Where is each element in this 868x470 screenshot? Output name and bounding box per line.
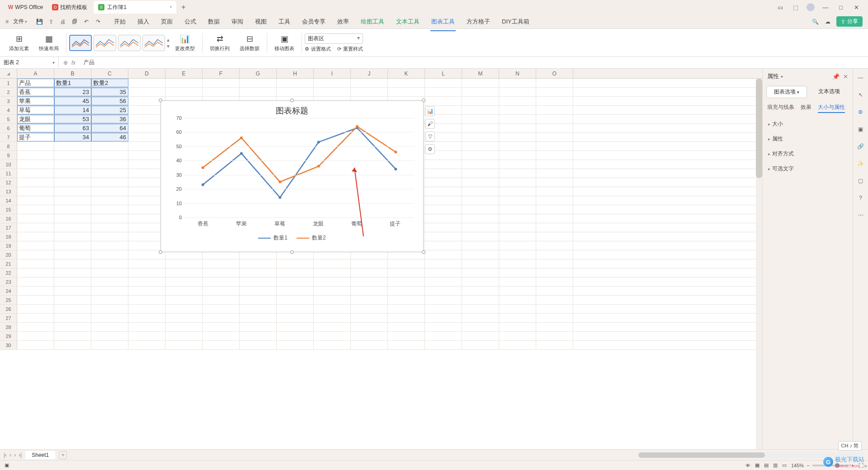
cell[interactable] [54,169,91,178]
cell[interactable] [128,332,165,340]
cell[interactable] [388,268,425,277]
cell[interactable] [128,160,165,169]
cell[interactable] [128,287,165,295]
menu-tab-9[interactable]: 效率 [336,16,350,28]
cell[interactable] [240,323,277,331]
cell[interactable] [425,314,462,322]
cell[interactable] [499,205,536,214]
cell[interactable] [499,250,536,259]
chart-style-1[interactable] [69,35,92,51]
cell[interactable] [240,305,277,313]
cell[interactable] [351,305,388,313]
cell[interactable] [425,268,462,277]
cell[interactable]: 苹果 [17,97,54,105]
cell[interactable] [425,241,462,250]
cell[interactable] [91,332,128,340]
cell[interactable] [499,115,536,123]
cell[interactable] [499,133,536,141]
cell[interactable] [499,151,536,160]
cell[interactable] [54,241,91,250]
cell[interactable] [165,79,203,87]
cell[interactable] [351,268,388,277]
cell[interactable] [425,214,462,223]
cell[interactable] [91,160,128,169]
cell[interactable] [277,323,314,331]
cell[interactable] [536,169,573,178]
cell[interactable] [499,232,536,241]
cell[interactable] [536,124,573,132]
cell[interactable] [91,205,128,214]
add-element-button[interactable]: ⊞添加元素 [5,29,33,56]
view-full-icon[interactable]: ▭ [782,462,787,468]
cell[interactable] [240,268,277,277]
col-header[interactable]: C [91,69,128,78]
cell[interactable] [462,106,499,114]
row-header[interactable]: 11 [0,169,17,178]
cell[interactable] [536,277,573,286]
cell[interactable] [54,268,91,277]
menu-hamburger-icon[interactable]: ≡ [5,19,9,25]
cell[interactable] [462,205,499,214]
cell[interactable]: 数量2 [91,79,128,87]
cell[interactable]: 龙眼 [17,115,54,123]
cell[interactable] [203,277,240,286]
cell[interactable] [462,196,499,205]
cell[interactable] [536,160,573,169]
col-header[interactable]: N [499,69,536,78]
cell[interactable] [462,341,499,349]
cell[interactable] [165,296,203,304]
cell[interactable] [425,341,462,349]
cell[interactable] [462,124,499,132]
cell[interactable] [203,287,240,295]
menu-tab-11[interactable]: 文本工具 [395,16,420,28]
cell[interactable] [128,214,165,223]
cell[interactable] [314,287,351,295]
chart-filter-icon[interactable]: ▽ [425,132,435,141]
cell[interactable] [536,106,573,114]
scrollbar-thumb[interactable] [756,79,762,178]
row-header[interactable]: 24 [0,287,17,295]
cell[interactable] [499,124,536,132]
row-header[interactable]: 16 [0,214,17,223]
cell[interactable] [388,259,425,268]
cell[interactable] [54,214,91,223]
cell[interactable] [128,88,165,96]
cell[interactable] [91,296,128,304]
pin-icon[interactable]: 📌 [832,73,840,80]
cell[interactable] [462,97,499,105]
resize-handle[interactable] [290,99,294,102]
cell[interactable] [462,214,499,223]
cell[interactable]: 46 [91,133,128,141]
cell[interactable] [536,205,573,214]
cell[interactable]: 香蕉 [17,88,54,96]
spreadsheet-grid[interactable]: ◢ ABCDEFGHIJKLMNO 1产品数量1数量22香蕉23353苹果455… [0,69,762,449]
collapse-icon[interactable]: — [856,73,865,82]
name-box[interactable]: 图表 2▾ [0,57,59,68]
cell[interactable] [54,259,91,268]
layers-icon[interactable]: ▣ [856,125,865,134]
cell[interactable] [425,205,462,214]
cell[interactable] [240,314,277,322]
file-menu[interactable]: 文件▾ [13,18,27,25]
menu-tab-3[interactable]: 公式 [184,16,197,28]
cell[interactable] [203,314,240,322]
cell[interactable] [165,341,203,349]
cell[interactable] [128,296,165,304]
cell[interactable] [54,277,91,286]
cell[interactable] [462,133,499,141]
fx-icon[interactable]: fx [71,60,75,66]
cell[interactable] [165,259,203,268]
col-header[interactable]: J [351,69,388,78]
help-icon[interactable]: ? [856,193,865,202]
cell[interactable] [91,196,128,205]
cell[interactable] [128,305,165,313]
document-tab[interactable]: S 工作簿1 • [94,1,176,14]
cell[interactable] [54,187,91,196]
cell[interactable] [91,323,128,331]
row-header[interactable]: 6 [0,124,17,132]
cell[interactable] [462,178,499,187]
cell[interactable] [388,296,425,304]
cell[interactable] [128,79,165,87]
set-format-button[interactable]: ⚙设置格式 [305,46,331,52]
cell[interactable] [128,341,165,349]
